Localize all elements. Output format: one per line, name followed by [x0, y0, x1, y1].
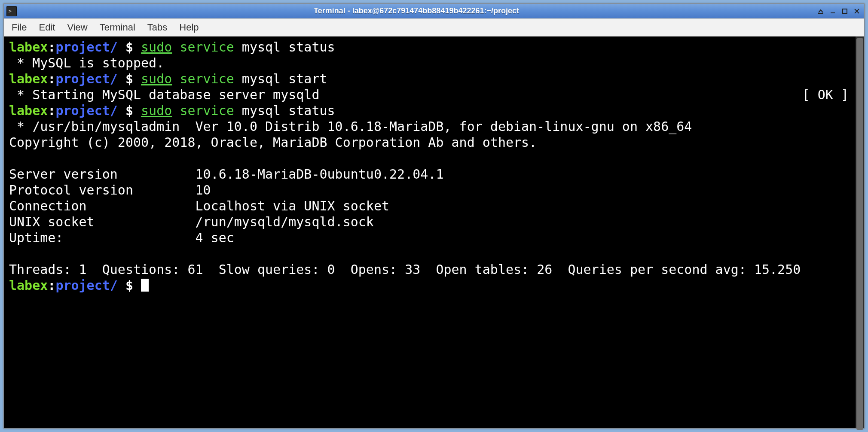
cmd-sudo: sudo: [141, 103, 172, 118]
cmd-sudo: sudo: [141, 40, 172, 55]
output-line: UNIX socket /run/mysqld/mysqld.sock: [9, 214, 374, 229]
prompt-sep: :: [48, 40, 55, 55]
terminal-app-icon: >_: [6, 6, 17, 16]
cmd-service: service: [180, 71, 234, 86]
prompt-sigil: $: [118, 278, 141, 293]
menu-edit[interactable]: Edit: [39, 22, 55, 33]
titlebar[interactable]: >_ Terminal - labex@672c791474bb88419b42…: [4, 4, 864, 18]
prompt-user: labex: [9, 40, 48, 55]
output-line: Protocol version 10: [9, 183, 211, 198]
close-button[interactable]: [852, 7, 862, 15]
prompt-sigil: $: [118, 103, 141, 118]
window-controls: [816, 7, 862, 15]
prompt-path: project/: [55, 40, 118, 55]
status-ok: [ OK ]: [802, 87, 851, 103]
output-line: Server version 10.6.18-MariaDB-0ubuntu0.…: [9, 167, 443, 182]
scrollbar[interactable]: [856, 37, 864, 428]
prompt-path: project/: [55, 103, 118, 118]
cmd-args: mysql start: [234, 71, 327, 86]
output-line: Uptime: 4 sec: [9, 230, 234, 245]
minimize-button[interactable]: [828, 7, 837, 15]
cursor: [141, 279, 149, 292]
prompt-user: labex: [9, 71, 48, 86]
maximize-button[interactable]: [840, 7, 850, 15]
window-title: Terminal - labex@672c791474bb88419b42226…: [17, 6, 816, 15]
prompt-sep: :: [48, 103, 55, 118]
prompt-sep: :: [48, 71, 55, 86]
prompt-user: labex: [9, 103, 48, 118]
prompt-sep: :: [48, 278, 55, 293]
prompt-sigil: $: [118, 71, 141, 86]
cmd-sudo: sudo: [141, 71, 172, 86]
output-line: Threads: 1 Questions: 61 Slow queries: 0…: [9, 262, 801, 277]
cmd-args: mysql status: [234, 40, 335, 55]
scrollbar-thumb[interactable]: [856, 38, 863, 430]
menu-view[interactable]: View: [67, 22, 87, 33]
output-line: Copyright (c) 2000, 2018, Oracle, MariaD…: [9, 135, 537, 150]
terminal-area: labex:project/ $ sudo service mysql stat…: [4, 37, 864, 428]
shade-button[interactable]: [816, 7, 825, 15]
menubar: File Edit View Terminal Tabs Help: [4, 18, 864, 37]
cmd-service: service: [180, 103, 234, 118]
output-line: Connection Localhost via UNIX socket: [9, 198, 389, 213]
menu-tabs[interactable]: Tabs: [147, 22, 167, 33]
output-line: * MySQL is stopped.: [9, 55, 164, 70]
menu-help[interactable]: Help: [179, 22, 199, 33]
svg-rect-2: [843, 9, 847, 13]
cmd-args: mysql status: [234, 103, 335, 118]
output-line: * /usr/bin/mysqladmin Ver 10.0 Distrib 1…: [9, 119, 692, 134]
menu-file[interactable]: File: [12, 22, 27, 33]
prompt-sigil: $: [118, 40, 141, 55]
prompt-user: labex: [9, 278, 48, 293]
menu-terminal[interactable]: Terminal: [100, 22, 135, 33]
terminal-output[interactable]: labex:project/ $ sudo service mysql stat…: [4, 37, 856, 428]
prompt-path: project/: [55, 71, 118, 86]
prompt-path: project/: [55, 278, 118, 293]
cmd-service: service: [180, 40, 234, 55]
terminal-window: >_ Terminal - labex@672c791474bb88419b42…: [3, 3, 865, 429]
output-line: * Starting MySQL database server mysqld: [9, 87, 319, 103]
